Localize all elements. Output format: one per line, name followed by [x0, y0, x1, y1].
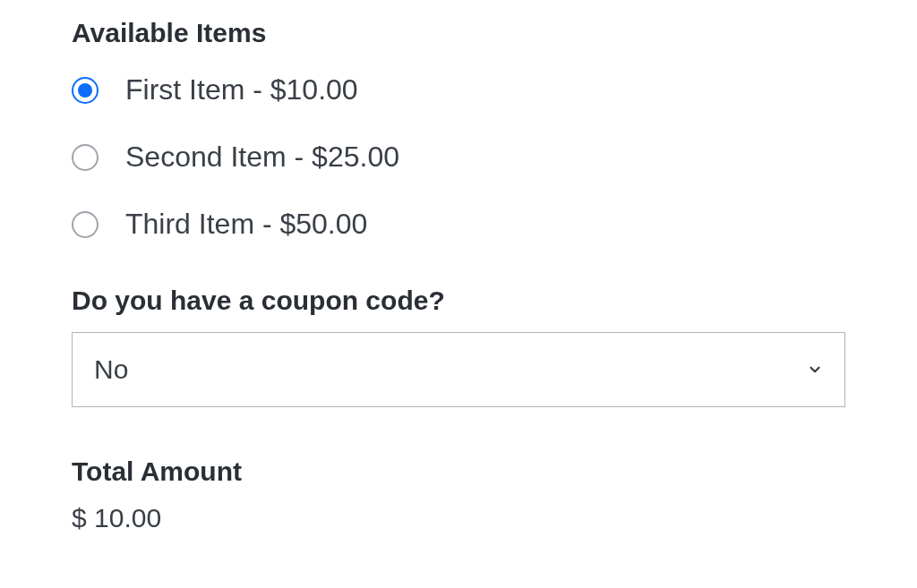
radio-item-first[interactable]: First Item - $10.00: [72, 73, 845, 107]
items-radio-group: First Item - $10.00 Second Item - $25.00…: [72, 73, 845, 241]
radio-circle-icon: [72, 144, 99, 171]
radio-item-second[interactable]: Second Item - $25.00: [72, 141, 845, 174]
coupon-select-wrapper: No: [72, 332, 845, 407]
radio-circle-icon: [72, 211, 99, 238]
coupon-select-value: No: [94, 354, 128, 385]
coupon-select[interactable]: No: [72, 332, 845, 407]
available-items-heading: Available Items: [72, 18, 845, 48]
radio-circle-icon: [72, 77, 99, 104]
radio-label: Third Item - $50.00: [125, 208, 367, 241]
radio-label: Second Item - $25.00: [125, 141, 399, 174]
total-amount-value: $ 10.00: [72, 503, 845, 533]
chevron-down-icon: [807, 362, 823, 378]
total-amount-heading: Total Amount: [72, 456, 845, 487]
coupon-heading: Do you have a coupon code?: [72, 285, 845, 316]
radio-label: First Item - $10.00: [125, 73, 358, 107]
radio-item-third[interactable]: Third Item - $50.00: [72, 208, 845, 241]
